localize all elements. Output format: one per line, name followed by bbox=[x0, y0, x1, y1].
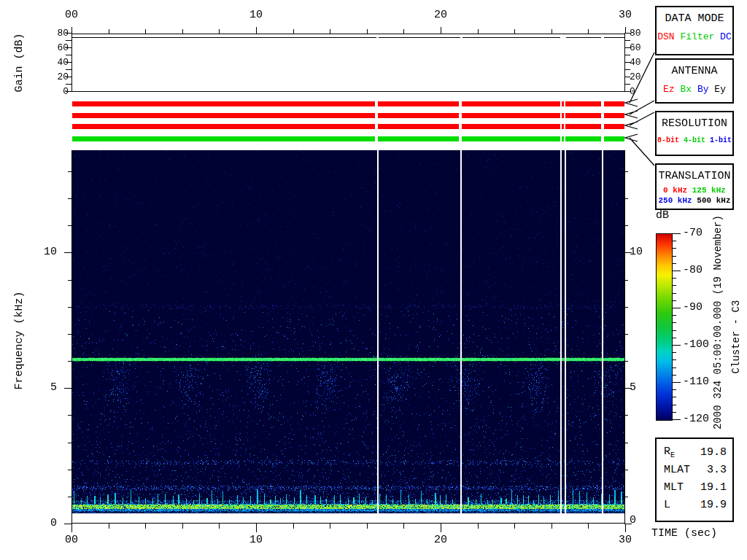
legend-data-mode: DATA MODE DSN Filter DC bbox=[655, 6, 734, 55]
translation-option-b-0: 250 kHz bbox=[658, 196, 692, 205]
legend-data-mode-title: DATA MODE bbox=[657, 12, 732, 25]
data-mode-option-3 bbox=[714, 31, 720, 42]
data-mode-option-4: DC bbox=[720, 31, 732, 42]
legend-translation-row2: 250 kHz 500 kHz bbox=[657, 196, 732, 205]
time-axis-title: TIME (sec) bbox=[651, 528, 717, 540]
table-row-label: MLAT bbox=[664, 464, 690, 476]
ephemeris-table: RE19.8MLAT3.3MLT19.1L19.9 bbox=[655, 438, 734, 522]
legend-resolution-title: RESOLUTION bbox=[657, 117, 732, 130]
tick-label: 20 bbox=[630, 72, 650, 82]
tick-label: 80 bbox=[48, 28, 69, 39]
tick-label: 60 bbox=[48, 43, 69, 53]
legend-antenna-title: ANTENNA bbox=[657, 65, 732, 77]
legend-translation-title: TRANSLATION bbox=[657, 170, 732, 182]
tick-label: 10 bbox=[630, 246, 650, 258]
table-row-value: 3.3 bbox=[707, 464, 727, 476]
tick-label: 10 bbox=[245, 534, 267, 546]
wbd-spectrogram-display: Gain (dB) Frequency (kHz) 2000 324 05:00… bbox=[0, 0, 747, 560]
tick-label: -100 bbox=[683, 339, 712, 351]
timestamp-vertical-label: 2000 324 05:00:00.000 (19 November) bbox=[711, 213, 724, 432]
tick-label: 0 bbox=[630, 515, 650, 526]
tick-label: 20 bbox=[48, 72, 69, 82]
axes-overlay bbox=[0, 0, 747, 560]
tick-label: 0 bbox=[48, 87, 69, 97]
translation-option-a-2: 125 kHz bbox=[692, 186, 726, 195]
tick-label: 40 bbox=[48, 58, 69, 68]
antenna-option-6: Ey bbox=[714, 84, 726, 95]
data-mode-option-2: Filter bbox=[680, 31, 714, 42]
table-row-r: RE19.8 bbox=[657, 443, 732, 461]
resolution-option-0: 8-bit bbox=[657, 136, 679, 144]
legend-translation: TRANSLATION 0 kHz 125 kHz 250 kHz 500 kH… bbox=[655, 163, 734, 210]
legend-resolution-items: 8-bit 4-bit 1-bit bbox=[657, 136, 732, 144]
antenna-option-0: Ez bbox=[663, 84, 675, 95]
tick-label: 60 bbox=[630, 43, 650, 53]
spacecraft-vertical-label: Cluster - C3 bbox=[729, 293, 743, 381]
tick-label: 30 bbox=[614, 9, 636, 21]
antenna-option-3 bbox=[692, 84, 697, 95]
tick-label: -80 bbox=[683, 265, 712, 276]
colorbar-title: dB bbox=[656, 210, 669, 222]
tick-label: -110 bbox=[683, 376, 712, 388]
tick-label: 20 bbox=[430, 9, 452, 21]
legend-resolution: RESOLUTION 8-bit 4-bit 1-bit bbox=[655, 111, 734, 156]
tick-label: 30 bbox=[614, 534, 636, 546]
tick-label: 0 bbox=[630, 87, 650, 97]
tick-label: 20 bbox=[430, 534, 452, 546]
translation-option-b-1 bbox=[692, 196, 697, 205]
translation-option-b-2: 500 kHz bbox=[697, 196, 730, 205]
frequency-axis-title: Frequency (kHz) bbox=[13, 282, 26, 399]
tick-label: 80 bbox=[630, 28, 650, 39]
table-row-value: 19.9 bbox=[700, 499, 727, 511]
legend-translation-row1: 0 kHz 125 kHz bbox=[657, 186, 732, 195]
tick-label: 5 bbox=[36, 382, 57, 394]
legend-antenna-items: Ez Bx By Ey bbox=[657, 84, 732, 95]
tick-label: 0 bbox=[36, 518, 57, 529]
table-row-l: L19.9 bbox=[657, 496, 732, 513]
legend-antenna: ANTENNA Ez Bx By Ey bbox=[655, 58, 734, 104]
tick-label: -120 bbox=[683, 413, 712, 425]
antenna-option-5 bbox=[709, 84, 715, 95]
tick-label: 00 bbox=[61, 9, 82, 21]
table-row-mlat: MLAT3.3 bbox=[657, 461, 732, 478]
gain-axis-title: Gain (dB) bbox=[13, 19, 26, 106]
table-row-value: 19.1 bbox=[700, 481, 727, 494]
antenna-option-2: Bx bbox=[680, 84, 692, 95]
tick-label: 10 bbox=[245, 9, 267, 21]
legend-data-mode-items: DSN Filter DC bbox=[657, 31, 732, 42]
tick-label: 40 bbox=[630, 58, 650, 68]
antenna-option-4: By bbox=[697, 84, 709, 95]
tick-label: 5 bbox=[630, 382, 650, 394]
tick-label: -90 bbox=[683, 302, 712, 314]
resolution-option-4: 1-bit bbox=[710, 136, 732, 144]
colorbar bbox=[656, 233, 673, 421]
antenna-option-1 bbox=[675, 84, 681, 95]
data-mode-option-1 bbox=[675, 31, 681, 42]
resolution-option-2: 4-bit bbox=[684, 136, 705, 144]
tick-label: -70 bbox=[683, 228, 712, 239]
table-row-label: MLT bbox=[664, 481, 684, 494]
tick-label: 00 bbox=[61, 534, 82, 546]
translation-option-a-1 bbox=[687, 186, 692, 195]
data-mode-option-0: DSN bbox=[657, 31, 674, 42]
translation-option-a-0: 0 kHz bbox=[663, 186, 687, 195]
table-row-label: RE bbox=[664, 446, 675, 459]
table-row-label: L bbox=[664, 499, 670, 511]
table-row-value: 19.8 bbox=[700, 446, 727, 459]
table-row-mlt: MLT19.1 bbox=[657, 478, 732, 496]
tick-label: 10 bbox=[36, 246, 57, 258]
